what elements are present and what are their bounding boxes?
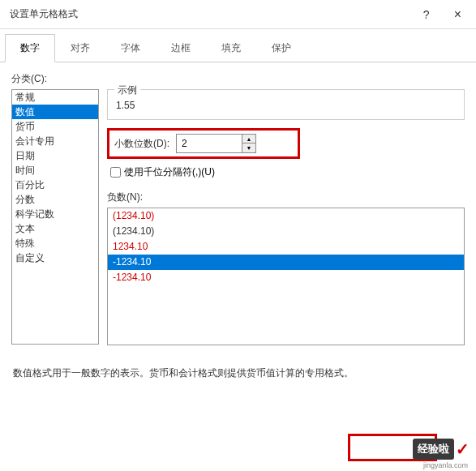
category-item-accounting[interactable]: 会计专用 — [12, 134, 98, 148]
help-icon[interactable]: ? — [418, 5, 435, 24]
thousand-checkbox[interactable] — [110, 167, 121, 178]
negative-item[interactable]: -1234.10 — [108, 270, 464, 285]
spinner-down-icon[interactable]: ▼ — [242, 143, 255, 152]
tab-border[interactable]: 边框 — [156, 34, 206, 62]
category-item-custom[interactable]: 自定义 — [12, 250, 98, 265]
category-item-special[interactable]: 特殊 — [12, 236, 98, 250]
category-list[interactable]: 常规 数值 货币 会计专用 日期 时间 百分比 分数 科学记数 文本 特殊 自定… — [11, 89, 99, 345]
decimal-spinner: ▲ ▼ — [176, 134, 256, 153]
category-label: 分类(C): — [11, 72, 465, 86]
category-item-time[interactable]: 时间 — [12, 163, 98, 178]
checkmark-icon: ✓ — [456, 439, 470, 459]
negative-label: 负数(N): — [107, 191, 465, 204]
titlebar: 设置单元格格式 ? × — [0, 0, 476, 29]
category-item-number[interactable]: 数值 — [12, 105, 98, 119]
right-panel: 示例 1.55 小数位数(D): ▲ ▼ 使用千位分隔符(,)(U) 负数(N)… — [107, 89, 465, 345]
description-text: 数值格式用于一般数字的表示。货币和会计格式则提供货币值计算的专用格式。 — [13, 366, 465, 380]
category-item-text[interactable]: 文本 — [12, 221, 98, 236]
negative-item[interactable]: (1234.10) — [108, 224, 464, 239]
spinner-buttons: ▲ ▼ — [242, 135, 255, 152]
example-section: 示例 1.55 — [107, 89, 465, 120]
negative-item[interactable]: 1234.10 — [108, 239, 464, 255]
thousand-label: 使用千位分隔符(,)(U) — [124, 165, 215, 179]
tab-alignment[interactable]: 对齐 — [55, 34, 105, 62]
content-area: 分类(C): 常规 数值 货币 会计专用 日期 时间 百分比 分数 科学记数 文… — [0, 62, 476, 390]
decimal-input[interactable] — [177, 135, 242, 152]
example-label: 示例 — [114, 83, 140, 97]
example-value: 1.55 — [116, 100, 456, 111]
watermark-url: jingyanla.com — [423, 461, 468, 469]
titlebar-controls: ? × — [418, 4, 470, 25]
window-title: 设置单元格格式 — [10, 7, 418, 21]
category-item-general[interactable]: 常规 — [12, 90, 98, 105]
thousand-separator-row: 使用千位分隔符(,)(U) — [110, 165, 465, 179]
category-item-currency[interactable]: 货币 — [12, 119, 98, 134]
category-item-date[interactable]: 日期 — [12, 148, 98, 163]
negative-item[interactable]: (1234.10) — [108, 208, 464, 224]
watermark: 经验啦 ✓ — [413, 439, 470, 460]
category-item-scientific[interactable]: 科学记数 — [12, 207, 98, 221]
main-row: 常规 数值 货币 会计专用 日期 时间 百分比 分数 科学记数 文本 特殊 自定… — [11, 89, 465, 345]
tab-protection[interactable]: 保护 — [256, 34, 307, 62]
category-item-fraction[interactable]: 分数 — [12, 192, 98, 207]
watermark-text: 经验啦 — [413, 439, 454, 460]
spinner-up-icon[interactable]: ▲ — [242, 135, 255, 143]
tab-fill[interactable]: 填充 — [206, 34, 256, 62]
negative-list[interactable]: (1234.10) (1234.10) 1234.10 -1234.10 -12… — [107, 208, 465, 345]
close-icon[interactable]: × — [446, 4, 470, 25]
negative-item[interactable]: -1234.10 — [108, 255, 464, 270]
decimal-places-row: 小数位数(D): ▲ ▼ — [107, 128, 300, 159]
tab-font[interactable]: 字体 — [105, 34, 156, 62]
category-item-percentage[interactable]: 百分比 — [12, 178, 98, 192]
tab-number[interactable]: 数字 — [5, 34, 55, 62]
tabs-bar: 数字 对齐 字体 边框 填充 保护 — [0, 29, 476, 62]
decimal-label: 小数位数(D): — [114, 137, 169, 151]
